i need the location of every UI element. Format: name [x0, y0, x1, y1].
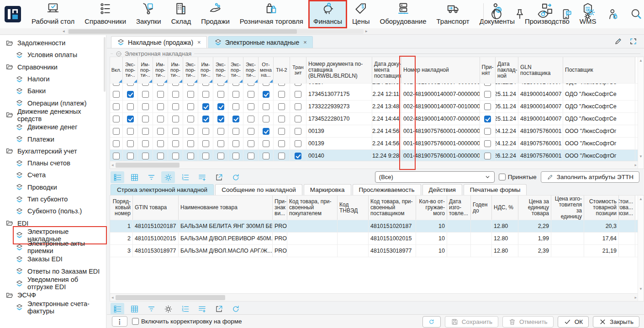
row-checkbox[interactable] — [127, 153, 134, 159]
ribbon-scroll-thumb[interactable] — [69, 29, 297, 34]
ribbon-item-1[interactable]: Рабочий стол — [26, 0, 79, 28]
row-checkbox[interactable] — [232, 84, 239, 86]
sidebar-scrollbar[interactable] — [104, 37, 106, 92]
ribbon-item-5[interactable]: Продажи — [196, 0, 235, 28]
column-header-checkbox-9[interactable]: Экс- пор- ти-.. — [228, 57, 243, 83]
row-checkbox[interactable] — [142, 84, 149, 86]
correction-checkbox[interactable] — [132, 318, 139, 325]
row-checkbox[interactable] — [263, 128, 269, 135]
сохранить-button[interactable]: Сохранить — [445, 316, 498, 328]
row-checkbox[interactable] — [157, 116, 164, 122]
row-checkbox[interactable] — [113, 103, 120, 110]
row-checkbox[interactable] — [217, 103, 224, 110]
row-checkbox[interactable] — [248, 128, 254, 135]
detail-tab-1[interactable]: Строка электронной накладной — [111, 184, 214, 195]
sidebar-item-справочники[interactable]: Справочники — [0, 61, 106, 73]
row-checkbox[interactable] — [217, 140, 224, 147]
row-checkbox[interactable] — [142, 103, 149, 110]
ribbon-item-8[interactable]: Цены — [347, 0, 375, 28]
row-checkbox[interactable] — [172, 116, 179, 122]
row-checkbox[interactable] — [295, 84, 301, 86]
column-header-6[interactable]: GLN поставщика — [518, 57, 563, 83]
row-checkbox[interactable] — [263, 153, 269, 159]
row-checkbox[interactable] — [232, 153, 239, 159]
row-checkbox[interactable] — [278, 128, 285, 135]
row-checkbox[interactable] — [172, 103, 179, 110]
row-checkbox[interactable] — [278, 84, 285, 86]
row-checkbox[interactable] — [295, 103, 301, 110]
open-external-icon[interactable] — [212, 303, 226, 315]
row-checkbox[interactable] — [263, 140, 269, 147]
row-checkbox[interactable] — [157, 84, 164, 86]
sidebar-item-бухгалтерский-учет[interactable]: Бухгалтерский учет — [0, 145, 106, 157]
detail-tab-4[interactable]: Прослеживаемость — [353, 184, 421, 195]
line-column-header-11[interactable]: НДС, % — [492, 196, 518, 220]
row-checkbox[interactable] — [113, 91, 120, 98]
filter-funnel-icon[interactable] — [144, 303, 158, 315]
column-header-checkbox-3[interactable]: Им- пор- ти-.. — [138, 57, 153, 83]
закрыть-button[interactable]: Закрыть — [593, 316, 639, 328]
row-checkbox[interactable] — [278, 140, 285, 147]
row-checkbox[interactable] — [232, 103, 239, 110]
row-checkbox[interactable] — [295, 128, 301, 135]
scroll-left-icon[interactable]: ◂ — [63, 29, 65, 33]
column-header-checkbox-11[interactable]: От- мена на... — [259, 57, 274, 83]
row-checkbox[interactable] — [202, 128, 209, 135]
correction-toggle[interactable]: Включить корректировку на форме — [132, 318, 242, 325]
ribbon-item-6[interactable]: Розничная торговля — [235, 0, 308, 28]
column-header-5[interactable]: Дата naклад- ной — [496, 57, 518, 83]
row-checkbox[interactable] — [202, 140, 209, 147]
отменить-button[interactable]: Отменить — [502, 316, 554, 328]
row-checkbox[interactable] — [232, 91, 239, 98]
row-checkbox[interactable] — [113, 140, 120, 147]
line-column-header-10[interactable]: Годен до — [471, 196, 492, 220]
row-checkbox[interactable] — [263, 116, 269, 122]
sidebar-item-электронные-счета-фактуры[interactable]: Электронные счета-фактуры — [0, 302, 106, 313]
row-checkbox[interactable] — [127, 91, 134, 98]
accepted-row-checkbox[interactable] — [484, 153, 491, 159]
row-checkbox[interactable] — [187, 91, 194, 98]
row-checkbox[interactable] — [248, 116, 254, 122]
sidebar-item-проводки[interactable]: Проводки — [0, 181, 106, 193]
gear-icon[interactable] — [161, 171, 175, 183]
row-checkbox[interactable] — [202, 153, 209, 159]
column-header-checkbox-8[interactable]: Экс- пор- ти-.. — [213, 57, 228, 83]
invoice-row-5[interactable]: 0013924.12.24 14:56001-4819075760001-000… — [110, 125, 644, 138]
line-column-header-2[interactable]: GTIN товара — [133, 196, 179, 220]
list-view-icon[interactable] — [111, 303, 124, 315]
row-checkbox[interactable] — [142, 116, 149, 122]
row-checkbox[interactable] — [217, 91, 224, 98]
column-header-checkbox-6[interactable]: Экс- пор- ти-.. — [183, 57, 198, 83]
row-checkbox[interactable] — [295, 153, 301, 159]
ribbon-item-2[interactable]: Справочники — [79, 0, 131, 28]
row-checkbox[interactable] — [157, 103, 164, 110]
sidebar-item-платежи[interactable]: Платежи — [0, 133, 106, 145]
accepted-row-checkbox[interactable] — [484, 84, 491, 86]
column-header-7[interactable]: Поставщик — [563, 57, 635, 83]
row-checkbox[interactable] — [187, 84, 194, 86]
row-checkbox[interactable] — [187, 103, 194, 110]
add-row-icon[interactable] — [195, 303, 209, 315]
row-checkbox[interactable] — [127, 103, 134, 110]
column-header-checkbox-1[interactable]: Вкл. — [110, 57, 123, 83]
sidebar-item-электронные-акты-приемки[interactable]: Электронные акты приемки — [0, 241, 106, 253]
row-checkbox[interactable] — [278, 103, 285, 110]
line-column-header-15[interactable]: Стои... това... пози... — [619, 196, 635, 220]
detail-tab-2[interactable]: Сообщение по накладной — [215, 184, 302, 195]
row-checkbox[interactable] — [278, 91, 285, 98]
line-column-header-9[interactable]: Дата изго- товле... — [447, 196, 471, 220]
row-checkbox[interactable] — [157, 153, 164, 159]
sidebar-item-субконто-польз-[interactable]: Субконто (польз.) — [0, 205, 106, 217]
line-column-header-3[interactable]: Наименование товара — [179, 196, 273, 220]
row-checkbox[interactable] — [248, 153, 254, 159]
row-checkbox[interactable] — [263, 103, 269, 110]
line-row-1[interactable]: 14810151020187БАЛЬЗАМ БЕЛИТА ЯНГ 300МЛ Б… — [110, 220, 644, 233]
add-row-icon[interactable] — [195, 171, 209, 183]
row-checkbox[interactable] — [248, 140, 254, 147]
line-row-3[interactable]: 34810153018977БАЛЬЗАМ Д/ВОЛ.МАСЛО АРГ/Ж.… — [110, 245, 644, 257]
row-checkbox[interactable] — [187, 116, 194, 122]
column-header-checkbox-2[interactable]: Экс- пор- ти-.. — [123, 57, 138, 83]
edit-pencil-icon[interactable] — [614, 37, 623, 46]
row-checkbox[interactable] — [187, 128, 194, 135]
sidebar-item-условия-оплаты[interactable]: Условия оплаты — [0, 49, 106, 61]
